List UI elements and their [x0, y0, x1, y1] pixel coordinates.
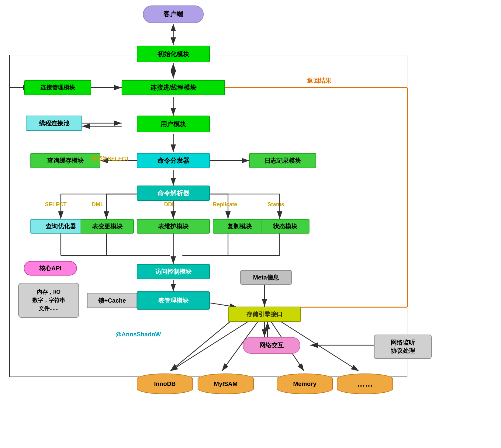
ddl-label: DDL: [164, 201, 175, 208]
table-maintenance-node: 表维护模块: [137, 219, 210, 234]
access-control-node: 访问控制模块: [137, 264, 210, 279]
memory-io-node: 内存，I/O 数字，字符串 文件......: [18, 283, 79, 318]
meta-info-node: Meta信息: [240, 270, 292, 285]
replication-node: 复制模块: [213, 219, 266, 234]
status-label: Status: [268, 201, 284, 208]
init-module-node: 初始化模块: [137, 46, 210, 62]
diagram-container: 客户端 初始化模块 连接管理模块 连接进/线程模块 线程连接池 用户模块 查询缓…: [0, 0, 501, 448]
watermark: @AnnsShadoW: [116, 331, 161, 338]
myisam-node: MyISAM: [198, 373, 254, 394]
storage-interface-node: 存储引擎接口: [228, 307, 301, 322]
connection-thread-node: 连接进/线程模块: [122, 80, 225, 95]
query-cache-node: 查询缓存模块: [30, 153, 100, 168]
connection-manager-node: 连接管理模块: [24, 80, 91, 95]
ellipsis-node: ……: [337, 373, 393, 394]
status-module-node: 状态模块: [261, 219, 309, 234]
user-module-node: 用户模块: [137, 116, 210, 132]
is-select-label: 是否为SELECT: [91, 155, 129, 162]
table-change-node: 表变更模块: [81, 219, 134, 234]
innodb-node: InnoDB: [137, 373, 193, 394]
command-dispatcher-node: 命令分发器: [137, 153, 210, 168]
memory-node: Memory: [277, 373, 333, 394]
network-monitor-node: 网络监听 协议处理: [374, 335, 432, 359]
table-manager-node: 表管理模块: [137, 291, 210, 310]
lock-cache-node: 锁+Cache: [87, 293, 137, 308]
replicate-label: Replicate: [213, 201, 237, 208]
dml-label: DML: [92, 201, 104, 208]
client-node: 客户端: [143, 5, 204, 23]
network-interact-node: 网络交互: [243, 337, 300, 354]
thread-pool-node: 线程连接池: [26, 116, 82, 131]
outer-border: [9, 55, 407, 377]
command-parser-node: 命令解析器: [137, 186, 210, 201]
log-module-node: 日志记录模块: [249, 153, 316, 168]
select-label: SELECT: [45, 201, 67, 208]
core-api-node: 核心API: [24, 261, 77, 276]
return-result-label: 返回结果: [307, 77, 331, 85]
